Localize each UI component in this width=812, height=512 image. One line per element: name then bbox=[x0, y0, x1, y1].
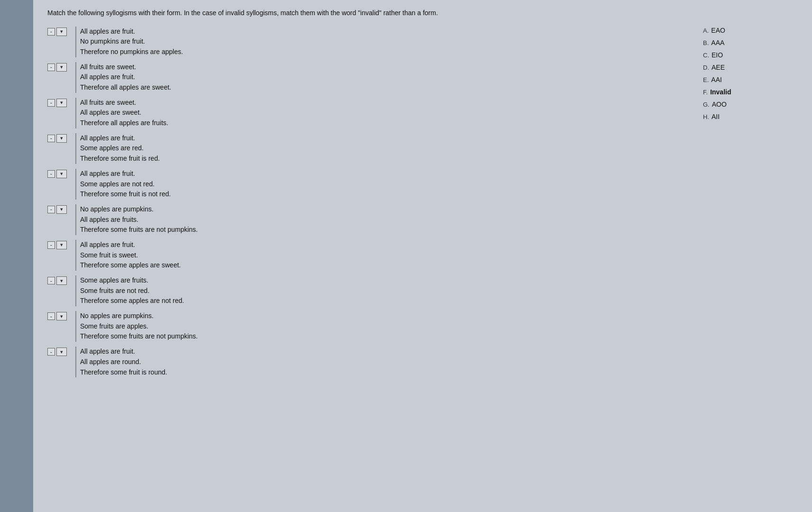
minus-button[interactable]: - bbox=[47, 135, 55, 142]
dropdown-button[interactable]: ▾ bbox=[56, 276, 67, 285]
minus-button[interactable]: - bbox=[47, 28, 55, 36]
dropdown-button[interactable]: ▾ bbox=[56, 63, 67, 72]
syllogism-premise: All fruits are sweet. bbox=[80, 98, 168, 108]
syllogism-premise: Some apples are red. bbox=[80, 143, 160, 154]
minus-button[interactable]: - bbox=[47, 99, 55, 107]
syllogism-text-block: All fruits are sweet.All apples are swee… bbox=[75, 98, 168, 128]
syllogism-controls: -▾ bbox=[47, 62, 73, 72]
syllogism-conclusion: Therefore all apples are fruits. bbox=[80, 118, 168, 128]
syllogism-text-block: Some apples are fruits.Some fruits are n… bbox=[75, 275, 184, 306]
syllogism-premise: All apples are sweet. bbox=[80, 108, 168, 118]
syllogism-premise: All apples are fruits. bbox=[80, 215, 198, 225]
dropdown-button[interactable]: ▾ bbox=[56, 99, 67, 107]
syllogism-conclusion: Therefore some fruit is round. bbox=[80, 367, 167, 378]
answer-letter: D. bbox=[703, 64, 709, 71]
minus-button[interactable]: - bbox=[47, 64, 55, 71]
content-area: -▾All apples are fruit.No pumpkins are f… bbox=[47, 27, 798, 382]
answer-item: C.EIO bbox=[703, 51, 798, 59]
dropdown-button[interactable]: ▾ bbox=[56, 27, 67, 36]
answer-value: EAO bbox=[711, 27, 725, 34]
syllogism-premise: Some apples are not red. bbox=[80, 179, 171, 190]
syllogism-item: -▾All apples are fruit.Some apples are r… bbox=[47, 133, 684, 164]
syllogism-item: -▾All fruits are sweet.All apples are sw… bbox=[47, 98, 684, 128]
answer-letter: C. bbox=[703, 52, 709, 59]
syllogism-text-block: All apples are fruit.Some fruit is sweet… bbox=[75, 240, 181, 271]
minus-button[interactable]: - bbox=[47, 348, 55, 356]
answer-item: H.AII bbox=[703, 113, 798, 120]
syllogism-conclusion: Therefore some fruit is not red. bbox=[80, 189, 171, 200]
syllogism-controls: -▾ bbox=[47, 347, 73, 356]
syllogism-controls: -▾ bbox=[47, 204, 73, 214]
syllogism-controls: -▾ bbox=[47, 133, 73, 143]
syllogism-premise: All apples are fruit. bbox=[80, 240, 181, 250]
syllogisms-list: -▾All apples are fruit.No pumpkins are f… bbox=[47, 27, 684, 382]
answer-value: AII bbox=[712, 113, 720, 120]
syllogism-conclusion: Therefore some apples are sweet. bbox=[80, 260, 181, 271]
syllogism-premise: Some apples are fruits. bbox=[80, 275, 184, 286]
syllogism-controls: -▾ bbox=[47, 240, 73, 249]
answer-value: AOO bbox=[712, 101, 727, 108]
syllogism-conclusion: Therefore some fruit is red. bbox=[80, 154, 160, 164]
minus-button[interactable]: - bbox=[47, 277, 55, 284]
syllogism-premise: All apples are round. bbox=[80, 357, 167, 367]
syllogism-premise: Some fruit is sweet. bbox=[80, 250, 181, 261]
syllogism-premise: Some fruits are apples. bbox=[80, 321, 198, 332]
syllogism-premise: All apples are fruit. bbox=[80, 347, 167, 357]
page-container: Match the following syllogisms with thei… bbox=[0, 0, 812, 512]
syllogism-premise: All fruits are sweet. bbox=[80, 62, 171, 73]
answer-value: AAI bbox=[711, 76, 722, 83]
left-sidebar bbox=[0, 0, 33, 512]
syllogism-text-block: All apples are fruit.No pumpkins are fru… bbox=[75, 27, 183, 57]
syllogism-premise: All apples are fruit. bbox=[80, 72, 171, 82]
syllogism-item: -▾All apples are fruit.All apples are ro… bbox=[47, 347, 684, 377]
syllogism-item: -▾All apples are fruit.No pumpkins are f… bbox=[47, 27, 684, 57]
answer-letter: G. bbox=[703, 101, 710, 108]
syllogism-item: -▾No apples are pumpkins.All apples are … bbox=[47, 204, 684, 235]
syllogism-text-block: No apples are pumpkins.All apples are fr… bbox=[75, 204, 198, 235]
syllogism-text-block: No apples are pumpkins.Some fruits are a… bbox=[75, 311, 198, 342]
dropdown-button[interactable]: ▾ bbox=[56, 205, 67, 214]
dropdown-button[interactable]: ▾ bbox=[56, 312, 67, 320]
minus-button[interactable]: - bbox=[47, 170, 55, 178]
answer-item: D.AEE bbox=[703, 64, 798, 71]
syllogism-item: -▾All apples are fruit.Some fruit is swe… bbox=[47, 240, 684, 271]
syllogism-conclusion: Therefore some fruits are not pumpkins. bbox=[80, 331, 198, 342]
syllogism-premise: No pumpkins are fruit. bbox=[80, 37, 183, 47]
syllogism-premise: All apples are fruit. bbox=[80, 27, 183, 37]
answer-value: EIO bbox=[712, 51, 723, 59]
answer-value: AEE bbox=[712, 64, 725, 71]
syllogism-item: -▾All apples are fruit.Some apples are n… bbox=[47, 169, 684, 200]
syllogism-controls: -▾ bbox=[47, 98, 73, 107]
syllogism-premise: No apples are pumpkins. bbox=[80, 311, 198, 321]
syllogism-item: -▾Some apples are fruits.Some fruits are… bbox=[47, 275, 684, 306]
syllogism-item: -▾No apples are pumpkins.Some fruits are… bbox=[47, 311, 684, 342]
answer-value: Invalid bbox=[710, 88, 731, 96]
syllogism-controls: -▾ bbox=[47, 27, 73, 36]
instructions-text: Match the following syllogisms with thei… bbox=[47, 9, 798, 18]
answer-item: E.AAI bbox=[703, 76, 798, 83]
syllogism-conclusion: Therefore some apples are not red. bbox=[80, 296, 184, 306]
syllogism-conclusion: Therefore some fruits are not pumpkins. bbox=[80, 225, 198, 235]
answer-item: A.EAO bbox=[703, 27, 798, 34]
syllogism-controls: -▾ bbox=[47, 275, 73, 285]
minus-button[interactable]: - bbox=[47, 206, 55, 213]
answer-letter: A. bbox=[703, 27, 709, 34]
syllogism-premise: All apples are fruit. bbox=[80, 133, 160, 144]
minus-button[interactable]: - bbox=[47, 241, 55, 249]
dropdown-button[interactable]: ▾ bbox=[56, 170, 67, 178]
main-content: Match the following syllogisms with thei… bbox=[33, 0, 812, 512]
syllogism-text-block: All apples are fruit.Some apples are red… bbox=[75, 133, 160, 164]
minus-button[interactable]: - bbox=[47, 312, 55, 320]
syllogism-item: -▾All fruits are sweet.All apples are fr… bbox=[47, 62, 684, 93]
dropdown-button[interactable]: ▾ bbox=[56, 347, 67, 356]
syllogism-premise: No apples are pumpkins. bbox=[80, 204, 198, 215]
syllogism-text-block: All apples are fruit.All apples are roun… bbox=[75, 347, 167, 377]
syllogism-text-block: All fruits are sweet.All apples are frui… bbox=[75, 62, 171, 93]
answer-letter: E. bbox=[703, 76, 709, 83]
dropdown-button[interactable]: ▾ bbox=[56, 134, 67, 143]
answer-letter: B. bbox=[703, 39, 709, 46]
syllogism-conclusion: Therefore no pumpkins are apples. bbox=[80, 47, 183, 57]
dropdown-button[interactable]: ▾ bbox=[56, 241, 67, 249]
answer-item: B.AAA bbox=[703, 39, 798, 46]
syllogism-controls: -▾ bbox=[47, 311, 73, 320]
